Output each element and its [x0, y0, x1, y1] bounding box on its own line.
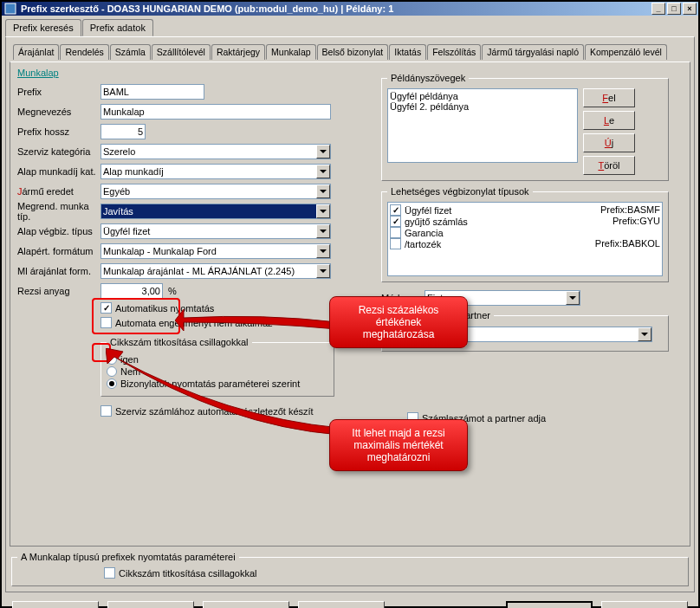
select-alap-munkadij[interactable]: Alap munkadíj: [100, 164, 331, 179]
label-prefix: Prefix: [17, 87, 100, 97]
top-tabstrip: Prefix keresés Prefix adatok: [2, 16, 698, 36]
bottom-button-bar: Előző rekord Köv. rekord Módosít Esemény…: [2, 596, 698, 608]
label-alapert-format: Alapért. formátum: [17, 246, 100, 256]
subtab-jarmu-targyalasi[interactable]: Jármű tárgyalási napló: [482, 44, 584, 60]
vegbiz-item[interactable]: /tartozék: [390, 238, 441, 249]
checkbox-icon: [104, 567, 115, 579]
input-prefix-hossz[interactable]: [100, 124, 146, 139]
close-button[interactable]: ×: [683, 3, 697, 15]
callout-rezsi-szazalek: Rezsi százalékos értékének meghatározása: [329, 296, 468, 348]
vegbiz-item[interactable]: Garancia: [390, 227, 444, 238]
arrow-1: [175, 303, 340, 355]
tab-prefix-kereses[interactable]: Prefix keresés: [5, 19, 81, 36]
subtab-iktatas[interactable]: Iktatás: [389, 44, 426, 60]
vegbiz-legend: Lehetséges végbizonylat típusok: [387, 186, 533, 197]
chevron-down-icon[interactable]: [316, 145, 330, 158]
checkbox-icon: [390, 227, 401, 238]
subtab-munkalap[interactable]: Munkalap: [266, 44, 316, 60]
callout-rezsi-max: Itt lehet majd a rezsi maximális mértéké…: [329, 419, 468, 471]
input-rezsi-anyag[interactable]: [100, 283, 163, 299]
chevron-down-icon[interactable]: [316, 244, 330, 258]
chevron-down-icon[interactable]: [316, 165, 330, 178]
label-jarmu-eredet: Jármű eredet: [17, 186, 100, 197]
tab-prefix-adatok[interactable]: Prefix adatok: [82, 19, 153, 36]
label-ml-arajanlat: Ml árajánlat form.: [17, 266, 100, 276]
label-alap-vegbiz: Alap végbiz. típus: [17, 226, 100, 236]
chevron-down-icon[interactable]: [316, 204, 330, 218]
arrow-2: [106, 348, 348, 452]
btn-elozo-rekord[interactable]: Előző rekord: [12, 601, 99, 608]
subtab-raktarjegy[interactable]: Raktárjegy: [211, 44, 265, 60]
select-szerviz-kat[interactable]: Szerelo: [100, 144, 331, 159]
select-megrend-tip[interactable]: Javítás: [100, 204, 331, 219]
chevron-down-icon[interactable]: [316, 224, 330, 238]
maximize-button[interactable]: □: [667, 3, 681, 15]
list-item[interactable]: Ügyfél példánya: [390, 91, 575, 101]
btn-kov-rekord[interactable]: Köv. rekord: [107, 601, 194, 608]
label-prefix-hossz: Prefix hossz: [17, 126, 100, 137]
low-fieldset-legend: A Munkalap típusú prefixek nyomtatás par…: [17, 552, 239, 562]
subtab-belso-bizonylat[interactable]: Belső bizonylat: [317, 44, 389, 60]
subtab-rendeles[interactable]: Rendelés: [60, 44, 108, 60]
input-prefix[interactable]: [100, 84, 204, 100]
btn-fel[interactable]: Fel: [583, 88, 635, 107]
btn-le[interactable]: Le: [583, 111, 635, 130]
btn-megsem[interactable]: Mégsem: [601, 601, 688, 608]
subtab-szallitolevel[interactable]: Szállítólevél: [152, 44, 211, 60]
check-cikkszam-low[interactable]: Cikkszám titkosítása csillagokkal: [104, 567, 257, 579]
chevron-down-icon[interactable]: [316, 264, 330, 278]
sub-tabstrip: Árajánlat Rendelés Számla Szállítólevél …: [10, 41, 690, 60]
checkbox-icon: [390, 216, 401, 227]
select-jarmu-eredet[interactable]: Egyéb: [100, 184, 331, 199]
btn-torol[interactable]: Töröl: [583, 156, 635, 175]
minimize-button[interactable]: _: [651, 3, 665, 15]
vegbiz-item[interactable]: Ügyfél fizet: [390, 204, 451, 216]
chevron-down-icon[interactable]: [638, 327, 651, 341]
vegbiz-item[interactable]: gyűjtő számlás: [390, 216, 468, 227]
window-title: Prefix szerkesztő - DOAS3 HUNGARIAN DEMO…: [21, 3, 651, 14]
checkbox-icon: [390, 238, 401, 249]
select-alap-vegbiz[interactable]: Ügyfél fizet: [100, 223, 331, 239]
peldany-listbox[interactable]: Ügyfél példánya Ügyfél 2. példánya: [387, 88, 578, 163]
subtab-szamla[interactable]: Számla: [110, 44, 151, 60]
subtab-arajanlat[interactable]: Árajánlat: [13, 44, 59, 60]
btn-esemenynaplo[interactable]: Eseménynapló: [298, 601, 385, 608]
highlight-rezsi: [92, 298, 180, 334]
input-megnevezes[interactable]: [100, 104, 331, 120]
select-ml-arajanlat[interactable]: Munkalap árajánlat - ML ÁRAJÁNLAT (2.245…: [100, 263, 331, 279]
select-alapert-format[interactable]: Munkalap - Munkalap Ford: [100, 243, 331, 259]
app-icon: [3, 2, 17, 16]
label-alap-munkadij: Alap munkadíj kat.: [17, 166, 100, 177]
list-item[interactable]: Ügyfél 2. példánya: [390, 101, 575, 112]
unit-percent: %: [168, 286, 177, 296]
label-szerviz-kat: Szerviz kategória: [17, 146, 100, 157]
subtab-kompenzalo[interactable]: Kompenzáló levél: [585, 44, 667, 60]
peldany-legend: Példányszövegek: [387, 73, 469, 83]
btn-modosit: Módosít: [203, 601, 289, 608]
btn-uj[interactable]: Új: [583, 133, 635, 152]
vegbiz-listbox[interactable]: Ügyfél fizetPrefix:BASMF gyűjtő számlásP…: [387, 202, 663, 276]
subtab-felszolitas[interactable]: Felszólítás: [427, 44, 481, 60]
svg-rect-0: [5, 3, 16, 14]
btn-rendben[interactable]: Rendben: [506, 601, 593, 608]
checkbox-icon: [390, 204, 401, 216]
chevron-down-icon[interactable]: [566, 291, 580, 305]
label-megrend-tip: Megrend. munka típ.: [17, 201, 100, 222]
label-rezsi-anyag: Rezsi anyag: [17, 286, 100, 296]
section-label: Munkalap: [17, 68, 59, 78]
chevron-down-icon[interactable]: [316, 184, 330, 198]
titlebar: Prefix szerkesztő - DOAS3 HUNGARIAN DEMO…: [2, 2, 698, 16]
label-megnevezes: Megnevezés: [17, 107, 100, 117]
